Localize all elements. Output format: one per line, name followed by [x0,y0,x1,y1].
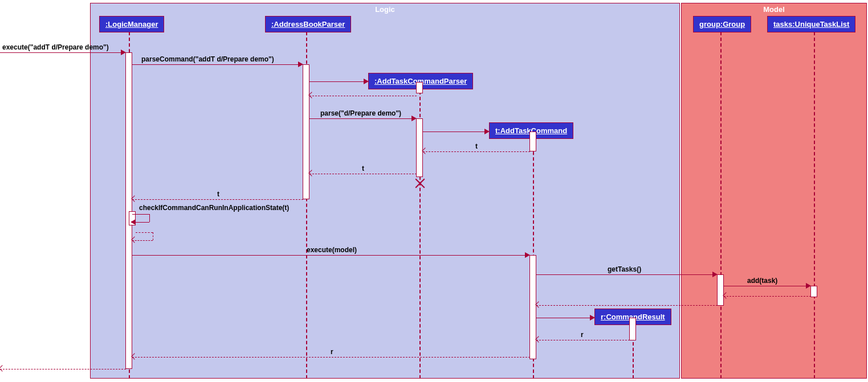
activation-command-create [529,132,536,151]
arrowhead-parsecommand [298,61,303,67]
arrow-parsecommand [132,64,298,65]
activation-group [717,274,724,306]
destroy-parser-icon [414,177,426,190]
arrow-return-t3 [132,199,303,200]
msg-executemodel: execute(model) [307,246,357,254]
arrow-gettasks [536,274,712,275]
self-ret-right [153,232,153,240]
msg-return-r2: r [331,348,333,356]
msg-execute1: execute("addT d/Prepare demo") [2,43,109,51]
msg-parse: parse("d/Prepare demo") [320,109,401,117]
model-frame: Model [681,3,867,379]
arrowhead-create-result [590,315,595,321]
arrow-executemodel [132,255,525,256]
lifeline-tasks [814,32,815,379]
activation-parser-create [416,82,423,93]
arrow-return-parser-create [309,96,417,96]
activation-tasks [810,286,817,297]
participant-logicmanager: :LogicManager [99,16,164,32]
arrow-return-add [724,296,811,297]
arrow-execute1 [0,52,121,53]
arrow-return-r1 [536,340,630,340]
participant-tasks: tasks:UniqueTaskList [767,16,855,32]
arrowhead-execute1 [121,50,126,55]
msg-parsecommand: parseCommand("addT d/Prepare demo") [141,55,274,63]
arrowhead-executemodel [525,252,530,258]
self-right [149,214,150,222]
arrowhead-addtask [806,283,811,289]
msg-return-r1: r [581,331,584,339]
participant-addressbookparser: :AddressBookParser [265,16,351,32]
msg-return-t2: t [362,165,364,172]
arrowhead-create-command [484,129,490,134]
arrow-return-r2 [132,357,530,358]
arrow-create-parser [309,81,364,82]
arrow-addtask [724,286,806,286]
msg-return-t1: t [475,142,478,150]
logic-frame-title: Logic [375,5,395,14]
arrowhead-final-return [0,365,6,371]
activation-commandresult [629,318,636,340]
msg-checkstate: checkIfCommandCanRunInApplicationState(t… [139,204,289,212]
activation-parser-parse [416,118,423,177]
self-bottom [136,222,149,223]
arrow-parse [309,118,411,119]
arrow-return-gettasks [536,305,718,306]
model-frame-title: Model [763,5,785,14]
participant-group: group:Group [693,16,751,32]
self-head [131,219,136,225]
arrowhead-gettasks [712,272,718,277]
arrow-return-t2 [309,174,417,174]
arrow-final-return [0,369,126,369]
activation-logicmanager [125,52,132,369]
self-ret-top [136,232,153,233]
self-top [132,214,149,215]
arrow-create-command [423,132,484,132]
lifeline-group [720,32,722,379]
activation-command-execute [529,255,536,359]
arrowhead-create-parser [364,79,369,84]
msg-addtask: add(task) [747,277,777,285]
arrow-return-t1 [423,151,530,152]
msg-gettasks: getTasks() [608,265,641,273]
activation-addressbookparser [303,64,309,199]
msg-return-t3: t [217,190,219,198]
arrow-create-result [536,318,590,318]
arrowhead-parse [411,116,417,121]
